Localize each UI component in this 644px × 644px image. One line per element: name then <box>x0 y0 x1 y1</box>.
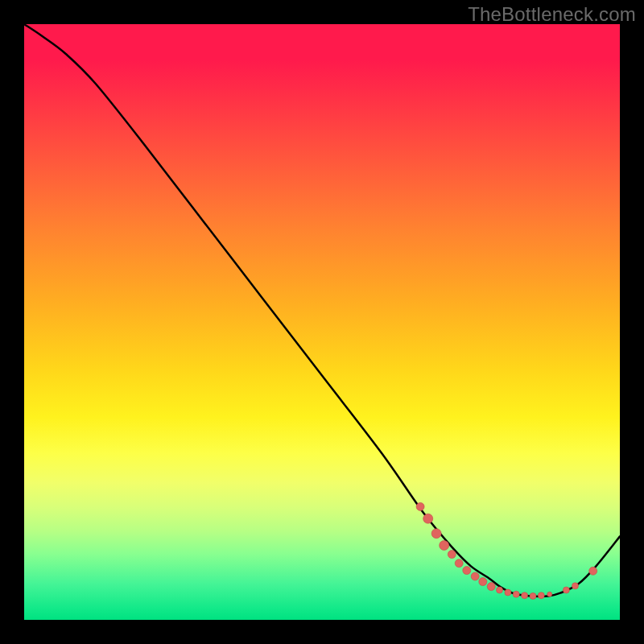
data-marker <box>547 592 552 597</box>
bottleneck-curve <box>24 24 620 597</box>
plot-area <box>24 24 620 620</box>
data-marker <box>455 559 463 568</box>
chart-svg <box>24 24 620 620</box>
data-marker <box>589 567 597 575</box>
data-marker <box>513 591 519 597</box>
chart-frame: TheBottleneck.com <box>0 0 644 644</box>
data-marker <box>572 583 579 589</box>
data-marker <box>530 592 536 599</box>
data-marker <box>440 541 449 551</box>
data-marker <box>522 592 528 599</box>
data-marker <box>479 578 487 586</box>
data-marker <box>497 587 503 593</box>
watermark-text: TheBottleneck.com <box>468 3 636 26</box>
data-marker <box>423 514 433 523</box>
data-markers <box>416 502 597 599</box>
data-marker <box>463 567 471 575</box>
data-marker <box>487 583 495 591</box>
data-marker <box>448 551 456 559</box>
data-marker <box>431 529 441 539</box>
data-marker <box>505 589 511 596</box>
data-marker <box>471 572 479 580</box>
data-marker <box>563 587 569 593</box>
data-marker <box>538 592 544 599</box>
data-marker <box>416 502 424 510</box>
